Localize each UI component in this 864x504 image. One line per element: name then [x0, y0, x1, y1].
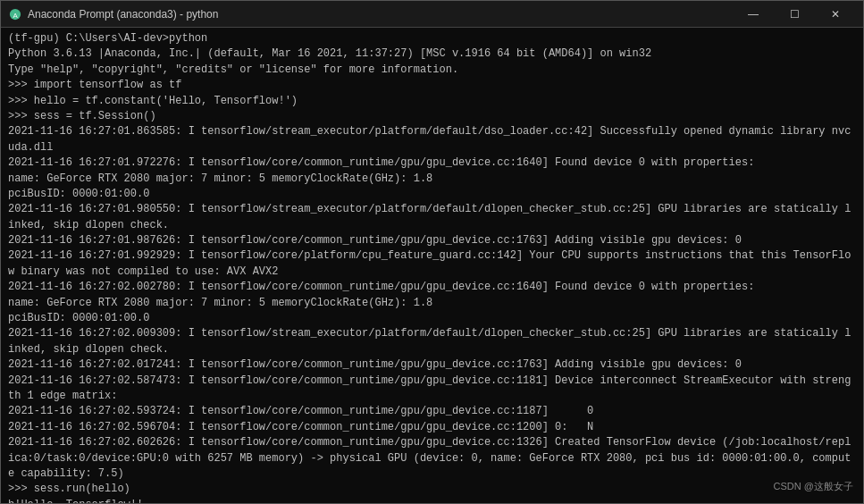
main-window: A Anaconda Prompt (anaconda3) - python —…: [0, 0, 864, 504]
window-controls: — ☐ ✕: [733, 1, 856, 28]
svg-text:A: A: [13, 11, 18, 19]
terminal-area[interactable]: (tf-gpu) C:\Users\AI-dev>python Python 3…: [1, 28, 863, 503]
title-bar: A Anaconda Prompt (anaconda3) - python —…: [1, 1, 863, 28]
close-button[interactable]: ✕: [815, 1, 856, 28]
terminal-output: (tf-gpu) C:\Users\AI-dev>python Python 3…: [8, 31, 856, 503]
app-icon: A: [8, 7, 22, 21]
maximize-button[interactable]: ☐: [774, 1, 815, 28]
window-wrapper: A Anaconda Prompt (anaconda3) - python —…: [0, 0, 864, 504]
minimize-button[interactable]: —: [733, 1, 774, 28]
watermark: CSDN @这般女子: [774, 480, 853, 493]
window-title: Anaconda Prompt (anaconda3) - python: [28, 8, 733, 21]
